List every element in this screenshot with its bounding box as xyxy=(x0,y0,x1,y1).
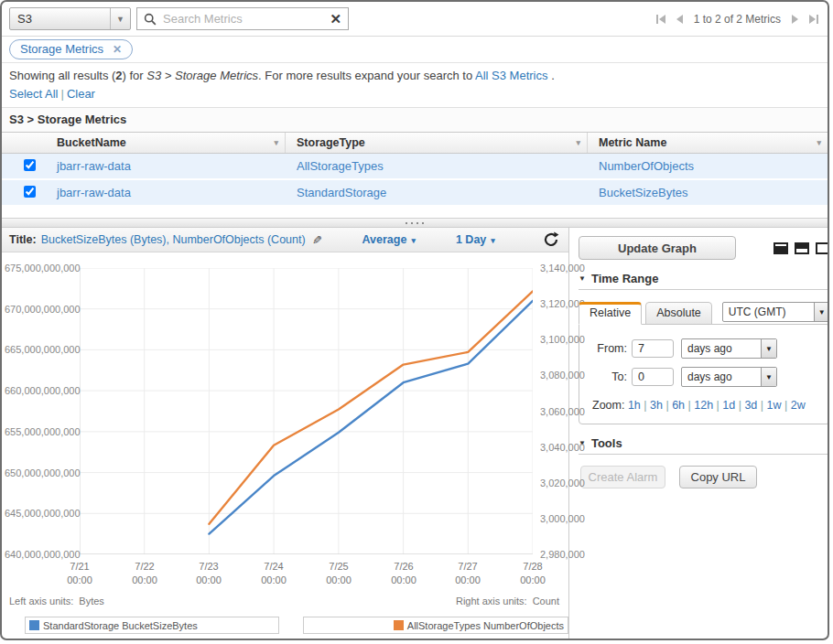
zoom-separator: | xyxy=(641,399,650,412)
metric-name-link[interactable]: BucketSizeBytes xyxy=(599,186,688,199)
chevron-down-icon: ▼ xyxy=(761,339,776,358)
row-checkbox[interactable] xyxy=(24,159,36,171)
zoom-separator: | xyxy=(663,399,672,412)
from-value-input[interactable] xyxy=(632,339,674,358)
graph-size-large-icon[interactable] xyxy=(816,242,829,254)
graph-title-label: Title: xyxy=(9,233,37,246)
search-input[interactable] xyxy=(161,11,330,27)
update-graph-button[interactable]: Update Graph xyxy=(579,236,736,260)
from-label: From: xyxy=(587,342,627,355)
graph-size-medium-icon[interactable] xyxy=(795,242,809,254)
statistic-dropdown[interactable]: Average▾ xyxy=(362,233,416,246)
previous-page-button[interactable] xyxy=(676,15,683,24)
to-unit-select[interactable]: days ago ▼ xyxy=(681,367,777,387)
graph-controls-panel: Update Graph ▼ Time Range Relative Absol… xyxy=(569,228,829,640)
results-scope: S3 > Storage Metrics xyxy=(146,69,258,82)
search-box[interactable]: ✕ xyxy=(136,7,349,30)
y-axis-tick: 670,000,000,000 xyxy=(5,304,76,315)
y-axis-tick: 675,000,000,000 xyxy=(5,263,76,274)
bucket-name-link[interactable]: jbarr-raw-data xyxy=(57,186,131,199)
y-axis-tick: 3,040,000 xyxy=(540,442,585,453)
tools-section-header[interactable]: ▼ Tools xyxy=(579,436,829,455)
time-range-section-header[interactable]: ▼ Time Range xyxy=(579,272,829,290)
clear-search-icon[interactable]: ✕ xyxy=(330,12,341,26)
copy-url-button[interactable]: Copy URL xyxy=(679,466,757,488)
last-page-button[interactable] xyxy=(809,15,818,24)
table-header-row: BucketName ▾ StorageType ▾ Metric Name ▾ xyxy=(2,132,828,154)
chevron-down-icon: ▼ xyxy=(761,368,776,386)
table-row[interactable]: jbarr-raw-data AllStorageTypes NumberOfO… xyxy=(2,154,828,178)
edit-title-icon[interactable]: ✎ xyxy=(312,233,322,247)
y-axis-tick: 3,100,000 xyxy=(540,334,585,345)
column-header-storagetype[interactable]: StorageType ▾ xyxy=(286,133,588,153)
y-axis-tick: 3,000,000 xyxy=(540,513,585,524)
graph-size-small-icon[interactable] xyxy=(774,242,788,254)
zoom-1w-link[interactable]: 1w xyxy=(767,399,782,412)
zoom-label: Zoom: xyxy=(592,399,624,412)
search-icon xyxy=(144,13,157,26)
graph-size-options xyxy=(774,242,829,254)
to-value-input[interactable] xyxy=(632,368,674,386)
filter-tag-storage-metrics[interactable]: Storage Metrics ✕ xyxy=(9,39,133,59)
from-unit-select[interactable]: days ago ▼ xyxy=(681,338,777,359)
table-row[interactable]: jbarr-raw-data StandardStorage BucketSiz… xyxy=(2,180,828,205)
zoom-2w-link[interactable]: 2w xyxy=(791,399,806,412)
all-s3-metrics-link[interactable]: All S3 Metrics xyxy=(475,69,547,82)
column-header-bucketname[interactable]: BucketName ▾ xyxy=(2,133,286,153)
graph-title-link[interactable]: BucketSizeBytes (Bytes), NumberOfObjects… xyxy=(41,233,306,246)
tab-relative[interactable]: Relative xyxy=(579,302,642,325)
bucket-name-link[interactable]: jbarr-raw-data xyxy=(57,159,131,173)
spacer xyxy=(2,207,828,218)
chevron-down-icon[interactable]: ▼ xyxy=(110,8,130,29)
results-text: . For more results expand your search to xyxy=(258,69,475,82)
results-count: 2 xyxy=(115,69,122,82)
namespace-select[interactable]: S3 ▼ xyxy=(9,7,131,30)
zoom-separator: | xyxy=(782,399,791,412)
zoom-3h-link[interactable]: 3h xyxy=(650,399,663,412)
zoom-6h-link[interactable]: 6h xyxy=(672,399,685,412)
chevron-down-icon: ▼ xyxy=(814,303,829,321)
x-axis-tick: 7/2200:00 xyxy=(113,560,177,587)
storage-type-link[interactable]: AllStorageTypes xyxy=(297,159,384,173)
column-dropdown-icon[interactable]: ▾ xyxy=(274,138,278,147)
legend-label: StandardStorage BucketSizeBytes xyxy=(43,620,198,631)
zoom-3d-link[interactable]: 3d xyxy=(744,399,757,412)
refresh-icon[interactable] xyxy=(543,231,559,248)
row-checkbox[interactable] xyxy=(24,186,36,198)
filter-tag-label: Storage Metrics xyxy=(20,42,103,56)
chart-panel: Title: BucketSizeBytes (Bytes), NumberOf… xyxy=(2,228,569,640)
pagination: 1 to 2 of 2 Metrics xyxy=(656,13,818,26)
y-axis-tick: 645,000,000,000 xyxy=(5,508,76,519)
next-page-button[interactable] xyxy=(792,15,798,24)
filter-bar: Storage Metrics ✕ xyxy=(2,37,828,63)
graph-title-bar: Title: BucketSizeBytes (Bytes), NumberOf… xyxy=(2,228,568,252)
clear-link[interactable]: Clear xyxy=(67,87,95,101)
column-dropdown-icon[interactable]: ▾ xyxy=(576,138,580,147)
legend-item-numberofobjects: AllStorageTypes NumberOfObjects xyxy=(303,617,568,634)
zoom-1h-link[interactable]: 1h xyxy=(628,399,641,412)
period-dropdown[interactable]: 1 Day▾ xyxy=(456,233,495,246)
y-axis-tick: 2,980,000 xyxy=(540,549,585,560)
timezone-select[interactable]: UTC (GMT) ▼ xyxy=(722,302,829,322)
chart-plot xyxy=(80,268,533,554)
results-text: ) for xyxy=(123,69,147,82)
panel-splitter-handle[interactable] xyxy=(2,218,828,228)
zoom-1d-link[interactable]: 1d xyxy=(722,399,735,412)
storage-type-link[interactable]: StandardStorage xyxy=(297,186,386,199)
legend-item-bucketsizebytes: StandardStorage BucketSizeBytes xyxy=(25,617,279,634)
column-header-metricname[interactable]: Metric Name ▾ xyxy=(588,133,828,153)
select-all-link[interactable]: Select All xyxy=(9,87,58,101)
metric-name-link[interactable]: NumberOfObjects xyxy=(599,159,694,173)
x-axis-tick: 7/2800:00 xyxy=(501,560,565,587)
top-search-bar: S3 ▼ ✕ 1 to 2 of 2 Metrics xyxy=(2,2,828,37)
first-page-button[interactable] xyxy=(656,15,665,24)
remove-filter-icon[interactable]: ✕ xyxy=(113,43,122,56)
chart-area: Left axis units:Bytes Right axis units:C… xyxy=(2,252,568,617)
column-dropdown-icon[interactable]: ▾ xyxy=(817,138,821,147)
y-axis-tick: 640,000,000,000 xyxy=(5,549,76,560)
create-alarm-button[interactable]: Create Alarm xyxy=(580,466,665,488)
x-axis-tick: 7/2400:00 xyxy=(242,560,306,587)
right-axis-units: Right axis units:Count xyxy=(456,596,559,606)
zoom-12h-link[interactable]: 12h xyxy=(694,399,713,412)
tab-absolute[interactable]: Absolute xyxy=(645,302,712,325)
